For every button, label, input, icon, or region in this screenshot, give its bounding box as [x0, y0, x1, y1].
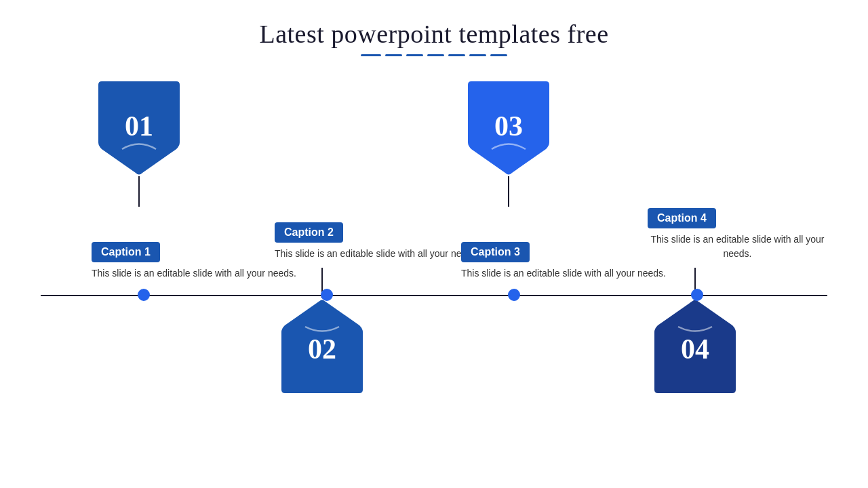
item-4: Caption 4 This slide is an editable slid… [648, 78, 827, 396]
number-2: 02 [308, 333, 336, 365]
item-1: 01 Caption 1 This slide is an editable s… [92, 78, 296, 281]
connector-3 [508, 176, 509, 207]
number-1: 01 [125, 109, 153, 142]
item-2: Caption 2 This slide is an editable slid… [275, 78, 479, 396]
caption-text-2: This slide is an editable slide with all… [275, 247, 479, 261]
caption-area-2: Caption 2 This slide is an editable slid… [275, 78, 479, 268]
caption-area-4: Caption 4 This slide is an editable slid… [648, 78, 827, 268]
caption-area-1: Caption 1 This slide is an editable slid… [92, 242, 296, 281]
slide: Latest powerpoint templates free [0, 0, 868, 488]
caption-text-1: This slide is an editable slide with all… [92, 266, 296, 281]
caption-badge-4: Caption 4 [648, 208, 716, 228]
slide-title: Latest powerpoint templates free [0, 19, 868, 49]
caption-area-3: Caption 3 This slide is an editable slid… [461, 242, 666, 281]
caption-text-3: This slide is an editable slide with all… [461, 266, 666, 281]
connector-1 [138, 176, 140, 207]
caption-badge-2: Caption 2 [275, 222, 343, 243]
title-underline [0, 54, 868, 56]
title-area: Latest powerpoint templates free [0, 0, 868, 56]
caption-badge-3: Caption 3 [461, 242, 530, 262]
timeline-dot-4 [691, 289, 703, 301]
timeline-dot-3 [508, 289, 520, 301]
timeline-dot-2 [321, 289, 333, 301]
timeline-dot-1 [138, 289, 150, 301]
caption-badge-1: Caption 1 [92, 242, 160, 262]
number-3: 03 [494, 109, 523, 142]
timeline-container: 01 Caption 1 This slide is an editable s… [41, 78, 827, 461]
item-3: 03 Caption 3 This slide is an editable s… [461, 78, 666, 281]
number-4: 04 [681, 333, 709, 365]
caption-text-4: This slide is an editable slide with all… [648, 232, 827, 261]
